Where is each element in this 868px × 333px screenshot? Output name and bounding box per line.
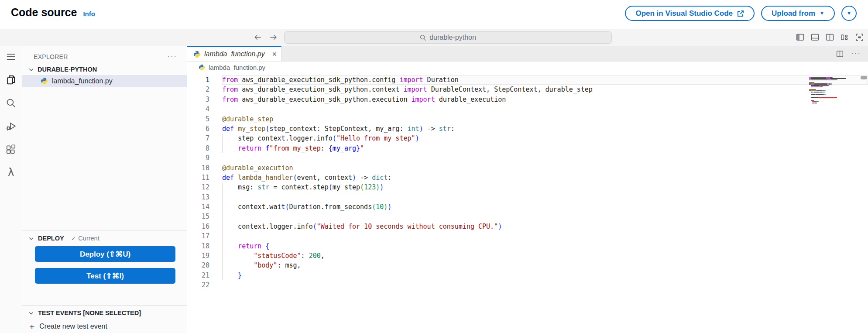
code-lines[interactable]: 1from aws_durable_execution_sdk_python.c… [187, 75, 868, 290]
search-icon[interactable] [1, 95, 21, 111]
code-area: 1from aws_durable_execution_sdk_python.c… [187, 73, 868, 333]
file-row-lambda-function[interactable]: lambda_function.py [22, 75, 187, 87]
close-icon[interactable]: × [272, 50, 277, 58]
test-events-section: TEST EVENTS [NONE SELECTED] + Create new… [22, 306, 187, 333]
code-line[interactable]: 22 [187, 280, 868, 290]
code-line[interactable]: 10@durable_execution [187, 163, 868, 173]
back-arrow-icon[interactable] [253, 33, 262, 42]
toggle-primary-sidebar-icon[interactable] [796, 33, 805, 42]
code-line[interactable]: 18return { [187, 241, 868, 251]
explorer-more-icon[interactable]: ··· [167, 52, 177, 61]
minimap[interactable] [809, 77, 851, 106]
deploy-title: DEPLOY [38, 235, 64, 242]
python-file-icon [199, 64, 205, 71]
split-editor-icon[interactable] [836, 50, 844, 58]
toggle-panel-icon[interactable] [810, 33, 820, 42]
chevron-down-icon [28, 310, 34, 316]
code-line[interactable]: 9 [187, 153, 868, 163]
extensions-icon[interactable] [1, 141, 21, 157]
scrollbar-thumb[interactable] [861, 76, 867, 79]
python-file-icon [193, 51, 201, 58]
tab-strip: lambda_function.py × ··· [187, 46, 868, 62]
open-in-vscode-button[interactable]: Open in Visual Studio Code [625, 6, 755, 21]
code-line[interactable]: 8return f"from my_step: {my_arg}" [187, 144, 868, 153]
deploy-section: DEPLOY ✓ Current Deploy (⇧⌘U) Test (⇧⌘I) [22, 230, 187, 306]
external-link-icon [737, 10, 744, 17]
menu-icon[interactable] [1, 49, 21, 65]
deploy-button[interactable]: Deploy (⇧⌘U) [35, 246, 175, 262]
tab-lambda-function[interactable]: lambda_function.py × [187, 46, 281, 61]
breadcrumb-file: lambda_function.py [209, 64, 265, 71]
editor-pane: lambda_function.py × ··· lambda_function… [187, 46, 868, 333]
ide-titlebar: durable-python [0, 29, 868, 46]
code-line[interactable]: 14context.wait(Duration.from_seconds(10)… [187, 202, 868, 212]
code-line[interactable]: 17 [187, 231, 868, 241]
chevron-down-icon [28, 235, 34, 242]
editor-more-icon[interactable]: ··· [851, 49, 861, 58]
info-link[interactable]: Info [83, 10, 95, 17]
code-line[interactable]: 13 [187, 192, 868, 202]
code-line[interactable]: 6def my_step(step_context: StepContext, … [187, 124, 868, 134]
code-line[interactable]: 19"statusCode": 200, [187, 251, 868, 261]
search-value: durable-python [429, 34, 476, 41]
test-button[interactable]: Test (⇧⌘I) [35, 268, 175, 284]
deploy-status: ✓ Current [71, 235, 99, 242]
caret-down-icon: ▼ [820, 11, 824, 16]
plus-icon: + [29, 322, 34, 331]
code-line[interactable]: 1from aws_durable_execution_sdk_python.c… [187, 75, 868, 85]
folder-row-durable-python[interactable]: DURABLE-PYTHON [22, 64, 187, 75]
deploy-section-header[interactable]: DEPLOY ✓ Current [22, 230, 187, 246]
code-line[interactable]: 15 [187, 212, 868, 221]
run-debug-icon[interactable] [1, 118, 21, 134]
toggle-secondary-sidebar-icon[interactable] [825, 33, 834, 42]
code-line[interactable]: 3from aws_durable_execution_sdk_python.e… [187, 95, 868, 104]
activity-bar: λ [0, 46, 22, 333]
aws-lambda-icon[interactable]: λ [1, 165, 21, 180]
explorer-title: EXPLORER [34, 53, 68, 60]
code-line[interactable]: 4 [187, 104, 868, 114]
command-center-search[interactable]: durable-python [284, 31, 612, 44]
search-icon [420, 34, 426, 41]
fullscreen-icon[interactable] [855, 33, 864, 42]
test-events-title: TEST EVENTS [NONE SELECTED] [38, 309, 141, 316]
code-line[interactable]: 5@durable_step [187, 114, 868, 124]
test-events-header[interactable]: TEST EVENTS [NONE SELECTED] [22, 306, 187, 320]
explorer-sidebar: EXPLORER ··· DURABLE-PYTHON lambda_funct… [22, 46, 187, 333]
explorer-icon[interactable] [1, 72, 21, 88]
folder-name: DURABLE-PYTHON [38, 66, 97, 73]
code-line[interactable]: 2from aws_durable_execution_sdk_python.c… [187, 85, 868, 94]
code-line[interactable]: 11def lambda_handler(event, context) -> … [187, 173, 868, 182]
page-title: Code source [11, 6, 77, 19]
code-line[interactable]: 12msg: str = context.step(my_step(123)) [187, 182, 868, 192]
customize-layout-icon[interactable] [840, 33, 849, 42]
lambda-code-source-screen: Code source Info Open in Visual Studio C… [0, 0, 868, 333]
code-line[interactable]: 20"body": msg, [187, 261, 868, 270]
code-line[interactable]: 21} [187, 271, 868, 280]
check-icon: ✓ [71, 235, 76, 242]
explorer-header: EXPLORER ··· [22, 46, 187, 64]
chevron-down-icon [28, 66, 34, 73]
python-file-icon [41, 77, 48, 85]
upload-from-button[interactable]: Upload from ▼ [761, 6, 835, 21]
code-line[interactable]: 7step_context.logger.info("Hello from my… [187, 134, 868, 143]
page-header: Code source Info Open in Visual Studio C… [0, 0, 868, 29]
more-actions-button[interactable]: ▼ [841, 6, 857, 21]
caret-down-icon: ▼ [847, 11, 851, 16]
deploy-status-label: Current [78, 235, 99, 242]
code-line[interactable]: 16context.logger.info("Waited for 10 sec… [187, 222, 868, 231]
create-test-event-label: Create new test event [39, 323, 107, 330]
tab-label: lambda_function.py [204, 50, 268, 58]
breadcrumb[interactable]: lambda_function.py [187, 62, 868, 73]
file-name: lambda_function.py [52, 77, 113, 85]
create-test-event-button[interactable]: + Create new test event [22, 320, 187, 333]
forward-arrow-icon[interactable] [269, 33, 278, 42]
